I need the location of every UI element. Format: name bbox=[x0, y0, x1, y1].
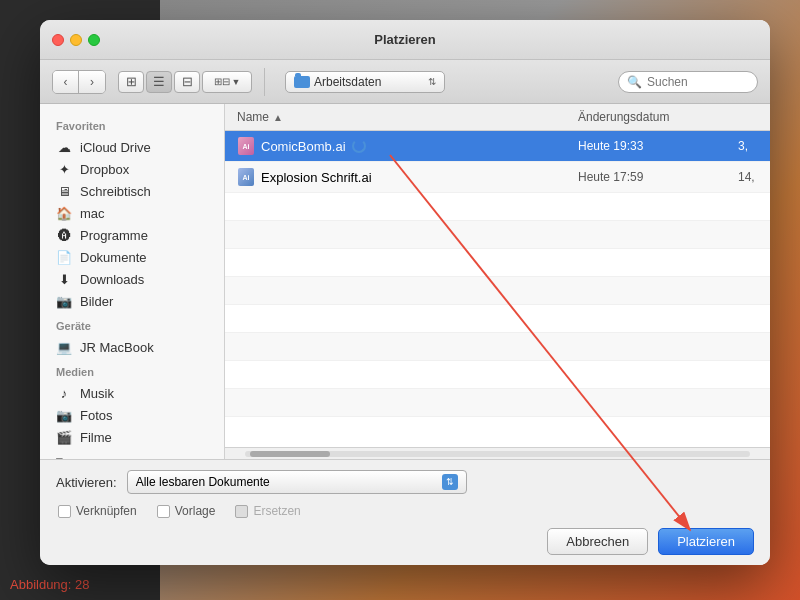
sidebar-label-fotos: Fotos bbox=[80, 408, 113, 423]
scrollbar-thumb[interactable] bbox=[250, 451, 330, 457]
search-input[interactable] bbox=[647, 75, 747, 89]
sidebar-label-schreibtisch: Schreibtisch bbox=[80, 184, 151, 199]
checkbox-ersetzen[interactable] bbox=[235, 505, 248, 518]
back-button[interactable]: ‹ bbox=[53, 71, 79, 93]
file-size-explosion: 14, bbox=[730, 168, 770, 186]
music-icon: ♪ bbox=[56, 385, 72, 401]
sidebar-section-favoriten: Favoriten bbox=[40, 112, 224, 136]
ai-file-icon-2: Ai bbox=[238, 168, 254, 186]
dialog-title: Platzieren bbox=[374, 32, 435, 47]
icloud-icon: ☁ bbox=[56, 139, 72, 155]
toolbar: ‹ › ⊞ ☰ ⊟ ⊞⊟ ▼ Arbeitsdaten ⇅ 🔍 bbox=[40, 60, 770, 104]
films-icon: 🎬 bbox=[56, 429, 72, 445]
sidebar-item-icloud-drive[interactable]: ☁ iCloud Drive bbox=[40, 136, 224, 158]
filter-label: Aktivieren: bbox=[56, 475, 117, 490]
file-row-empty-3 bbox=[225, 249, 770, 277]
sidebar-label-dokumente: Dokumente bbox=[80, 250, 146, 265]
buttons-row: Abbrechen Platzieren bbox=[56, 528, 754, 555]
minimize-button[interactable] bbox=[70, 34, 82, 46]
col-header-size bbox=[730, 108, 770, 126]
sidebar-item-schreibtisch[interactable]: 🖥 Schreibtisch bbox=[40, 180, 224, 202]
file-row-empty-1 bbox=[225, 193, 770, 221]
col-header-date[interactable]: Änderungsdatum bbox=[570, 108, 730, 126]
sidebar-label-musik: Musik bbox=[80, 386, 114, 401]
sort-arrow-icon: ▲ bbox=[273, 112, 283, 123]
forward-button[interactable]: › bbox=[79, 71, 105, 93]
sync-icon bbox=[352, 139, 366, 153]
file-rows: Ai ComicBomb.ai Heute 19:33 3, Ai Explos… bbox=[225, 131, 770, 447]
documents-icon: 📄 bbox=[56, 249, 72, 265]
filter-select-arrow-icon: ⇅ bbox=[442, 474, 458, 490]
search-box: 🔍 bbox=[618, 71, 758, 93]
sidebar-label-jr-macbook: JR MacBook bbox=[80, 340, 154, 355]
ai-file-icon: Ai bbox=[238, 137, 254, 155]
sidebar-item-dokumente[interactable]: 📄 Dokumente bbox=[40, 246, 224, 268]
sidebar-label-mac: mac bbox=[80, 206, 105, 221]
file-name-comicbomb: Ai ComicBomb.ai bbox=[225, 135, 570, 157]
sidebar-item-mac[interactable]: 🏠 mac bbox=[40, 202, 224, 224]
file-row-empty-6 bbox=[225, 333, 770, 361]
folder-icon bbox=[294, 76, 310, 88]
apps-icon: 🅐 bbox=[56, 227, 72, 243]
file-date-explosion: Heute 17:59 bbox=[570, 168, 730, 186]
checkbox-item-ersetzen: Ersetzen bbox=[235, 504, 300, 518]
traffic-lights bbox=[52, 34, 100, 46]
sidebar-item-bilder[interactable]: 📷 Bilder bbox=[40, 290, 224, 312]
sidebar-label-bilder: Bilder bbox=[80, 294, 113, 309]
sidebar-item-fotos[interactable]: 📷 Fotos bbox=[40, 404, 224, 426]
sidebar-item-musik[interactable]: ♪ Musik bbox=[40, 382, 224, 404]
file-name-explosion: Ai Explosion Schrift.ai bbox=[225, 166, 570, 188]
file-row-empty-2 bbox=[225, 221, 770, 249]
checkbox-vorlage[interactable] bbox=[157, 505, 170, 518]
sidebar-label-programme: Programme bbox=[80, 228, 148, 243]
nav-buttons: ‹ › bbox=[52, 70, 106, 94]
checkbox-label-ersetzen: Ersetzen bbox=[253, 504, 300, 518]
titlebar: Platzieren bbox=[40, 20, 770, 60]
col-header-name[interactable]: Name ▲ bbox=[225, 108, 570, 126]
file-size-comicbomb: 3, bbox=[730, 137, 770, 155]
sidebar-section-tags: Tags bbox=[40, 448, 224, 459]
close-button[interactable] bbox=[52, 34, 64, 46]
checkbox-item-vorlage: Vorlage bbox=[157, 504, 216, 518]
sidebar-item-jr-macbook[interactable]: 💻 JR MacBook bbox=[40, 336, 224, 358]
bottom-controls: Aktivieren: Alle lesbaren Dokumente ⇅ Ve… bbox=[40, 459, 770, 565]
file-list: Name ▲ Änderungsdatum Ai ComicBomb.ai bbox=[225, 104, 770, 459]
home-icon: 🏠 bbox=[56, 205, 72, 221]
checkboxes-row: Verknüpfen Vorlage Ersetzen bbox=[56, 504, 754, 518]
sidebar-label-icloud: iCloud Drive bbox=[80, 140, 151, 155]
main-content: Favoriten ☁ iCloud Drive ✦ Dropbox 🖥 Sch… bbox=[40, 104, 770, 459]
sidebar-item-dropbox[interactable]: ✦ Dropbox bbox=[40, 158, 224, 180]
file-row-explosion[interactable]: Ai Explosion Schrift.ai Heute 17:59 14, bbox=[225, 162, 770, 193]
sidebar-item-filme[interactable]: 🎬 Filme bbox=[40, 426, 224, 448]
place-button[interactable]: Platzieren bbox=[658, 528, 754, 555]
file-list-header: Name ▲ Änderungsdatum bbox=[225, 104, 770, 131]
folder-selector[interactable]: Arbeitsdaten ⇅ bbox=[285, 71, 445, 93]
folder-name: Arbeitsdaten bbox=[314, 75, 381, 89]
photos-icon: 📷 bbox=[56, 293, 72, 309]
cancel-button[interactable]: Abbrechen bbox=[547, 528, 648, 555]
desktop-icon: 🖥 bbox=[56, 183, 72, 199]
file-row-comicbomb[interactable]: Ai ComicBomb.ai Heute 19:33 3, bbox=[225, 131, 770, 162]
scrollbar-area[interactable] bbox=[225, 447, 770, 459]
filter-row: Aktivieren: Alle lesbaren Dokumente ⇅ bbox=[56, 470, 754, 494]
file-thumb-comicbomb: Ai bbox=[237, 137, 255, 155]
sidebar-item-programme[interactable]: 🅐 Programme bbox=[40, 224, 224, 246]
sidebar-section-medien: Medien bbox=[40, 358, 224, 382]
maximize-button[interactable] bbox=[88, 34, 100, 46]
view-icon-button[interactable]: ⊞ bbox=[118, 71, 144, 93]
sidebar-item-downloads[interactable]: ⬇ Downloads bbox=[40, 268, 224, 290]
sidebar: Favoriten ☁ iCloud Drive ✦ Dropbox 🖥 Sch… bbox=[40, 104, 225, 459]
filter-select[interactable]: Alle lesbaren Dokumente ⇅ bbox=[127, 470, 467, 494]
folder-arrows-icon: ⇅ bbox=[428, 76, 436, 87]
checkbox-verknuepfen[interactable] bbox=[58, 505, 71, 518]
file-thumb-explosion: Ai bbox=[237, 168, 255, 186]
file-row-empty-5 bbox=[225, 305, 770, 333]
dropbox-icon: ✦ bbox=[56, 161, 72, 177]
view-list-button[interactable]: ☰ bbox=[146, 71, 172, 93]
view-coverflow-button[interactable]: ⊞⊟ ▼ bbox=[202, 71, 252, 93]
view-column-button[interactable]: ⊟ bbox=[174, 71, 200, 93]
checkbox-label-verknuepfen: Verknüpfen bbox=[76, 504, 137, 518]
file-row-empty-7 bbox=[225, 361, 770, 389]
figure-label: Abbildung: 28 bbox=[10, 577, 90, 592]
file-date-comicbomb: Heute 19:33 bbox=[570, 137, 730, 155]
